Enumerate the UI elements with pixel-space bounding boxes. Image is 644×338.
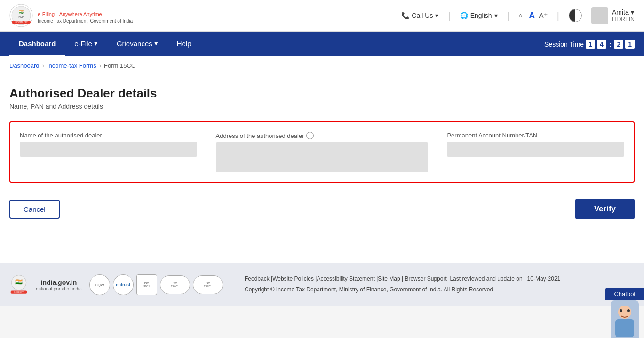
phone-icon: 📞 [401,12,409,19]
session-info: Session Time 1 4 : 2 1 [544,40,635,49]
session-colon: : [609,40,612,48]
page-subtitle: Name, PAN and Address details [9,103,635,110]
badge-entrust: entrust [113,274,134,295]
badge-iso2: ISO27001 [160,275,190,294]
separator-1: | [448,10,450,21]
chatbot-label: Chatbot [605,288,644,300]
efiling-label: e-Filing [38,11,55,17]
nav-items: Dashboard e-File ▾ Grievances ▾ Help [9,32,201,56]
logo-area: 🇮🇳 INDIA INCOME TAX e-Filing Anywhere An… [9,4,133,27]
session-d3: 2 [614,40,623,49]
chatbot-figure [611,300,639,306]
user-info: Amita ▾ ITDREIN [612,8,635,23]
breadcrumb-sep-2: › [99,62,101,69]
footer-left: 🇮🇳 INDIA GOV india.gov.in national porta… [9,274,226,295]
user-name-label: Amita [612,8,629,16]
footer: 🇮🇳 INDIA GOV india.gov.in national porta… [0,263,644,306]
address-info-icon[interactable]: i [306,132,314,139]
main-content: Authorised Dealer details Name, PAN and … [0,75,644,263]
footer-links-text: Feedback |Website Policies |Accessibilit… [245,275,447,282]
name-label-text: Name of the authorised dealer [20,132,102,139]
site-header: 🇮🇳 INDIA INCOME TAX e-Filing Anywhere An… [0,0,644,32]
separator-2: | [507,10,509,21]
footer-links: Feedback |Website Policies |Accessibilit… [245,274,635,283]
call-us-chevron: ▾ [435,12,438,19]
call-us-label: Call Us [412,12,433,19]
svg-point-10 [618,306,631,306]
nav-bar: Dashboard e-File ▾ Grievances ▾ Help Ses… [0,32,644,56]
address-field: Address of the authorised dealer i [216,132,429,172]
language-label: English [470,12,492,19]
svg-text:INDIA GOV: INDIA GOV [14,291,24,293]
logo-text: e-Filing Anywhere Anytime Income Tax Dep… [38,8,133,24]
badge-cqw: CQW [89,274,110,295]
nav-efile[interactable]: e-File ▾ [65,32,107,56]
form-row: Name of the authorised dealer Address of… [20,132,624,172]
name-field: Name of the authorised dealer [20,132,197,157]
nav-dashboard[interactable]: Dashboard [9,32,65,56]
name-input[interactable] [20,142,197,157]
font-controls: A⁻ A A⁺ [519,11,548,21]
session-d1: 1 [586,40,595,49]
page-title: Authorised Dealer details [9,86,635,101]
call-us-button[interactable]: 📞 Call Us ▾ [401,12,438,19]
session-label: Session Time [544,40,584,48]
footer-right: Feedback |Website Policies |Accessibilit… [245,274,635,294]
separator-3: | [557,10,559,21]
nav-help[interactable]: Help [167,32,201,56]
breadcrumb-sep-1: › [42,62,44,69]
form-section: Name of the authorised dealer Address of… [9,121,635,183]
contrast-button[interactable] [569,9,582,22]
india-gov-sub: national portal of india [36,286,82,291]
logo-efiling: e-Filing Anywhere Anytime [38,8,133,18]
svg-text:🇮🇳: 🇮🇳 [19,9,24,14]
nav-grievances-label: Grievances [117,40,152,48]
badge-iso3: ISO27701 [193,275,223,294]
footer-india-gov: india.gov.in national portal of india [36,279,82,291]
logo-subtitle: Income Tax Department, Government of Ind… [38,18,133,24]
tagline-label: Anywhere Anytime [59,11,102,17]
footer-emblem-icon: 🇮🇳 INDIA GOV [9,274,28,295]
font-normal-button[interactable]: A [529,11,535,21]
font-decrease-button[interactable]: A⁻ [519,13,525,19]
language-chevron: ▾ [494,12,498,19]
session-d2: 4 [597,40,606,49]
breadcrumb: Dashboard › Income-tax Forms › Form 15CC [0,56,644,75]
verify-button[interactable]: Verify [575,199,635,219]
pan-label-text: Permanent Account Number/TAN [447,132,537,139]
header-right: 📞 Call Us ▾ | 🌐 English ▾ | A⁻ A A⁺ | Am… [401,7,635,24]
pan-input[interactable] [447,142,624,157]
globe-icon: 🌐 [460,12,468,19]
btn-row: Cancel Verify [9,194,635,224]
user-id: ITDREIN [612,16,635,23]
name-label: Name of the authorised dealer [20,132,197,139]
breadcrumb-income-tax-forms[interactable]: Income-tax Forms [47,62,96,69]
svg-text:INDIA: INDIA [18,16,24,18]
chatbot-button[interactable]: Chatbot [605,288,644,306]
font-increase-button[interactable]: A⁺ [539,11,548,20]
nav-grievances[interactable]: Grievances ▾ [107,32,167,56]
nav-dashboard-label: Dashboard [19,40,56,48]
footer-copyright: Copyright © Income Tax Department, Minis… [245,285,635,294]
nav-efile-label: e-File [74,40,92,48]
svg-text:INCOME TAX: INCOME TAX [15,21,28,24]
footer-last-reviewed: Last reviewed and update on : 10-May-202… [450,275,560,282]
nav-grievances-chevron: ▾ [154,39,158,48]
user-avatar [591,7,608,24]
address-input[interactable] [216,142,429,172]
breadcrumb-dashboard[interactable]: Dashboard [9,62,40,69]
footer-badges: CQW entrust ISO9001 ISO27001 ISO27701 [89,274,223,295]
language-button[interactable]: 🌐 English ▾ [460,12,498,19]
chatbot-avatar-icon [611,303,639,306]
pan-label: Permanent Account Number/TAN [447,132,624,139]
badge-iso1: ISO9001 [136,274,157,295]
nav-efile-chevron: ▾ [94,39,98,48]
nav-help-label: Help [177,40,191,48]
user-name[interactable]: Amita ▾ [612,8,635,16]
india-gov-text: india.gov.in [41,279,77,286]
cancel-button[interactable]: Cancel [9,200,60,219]
user-area: Amita ▾ ITDREIN [591,7,635,24]
address-label-text: Address of the authorised dealer [216,132,304,139]
user-chevron: ▾ [631,8,634,16]
emblem-icon: 🇮🇳 INDIA INCOME TAX [9,4,33,27]
